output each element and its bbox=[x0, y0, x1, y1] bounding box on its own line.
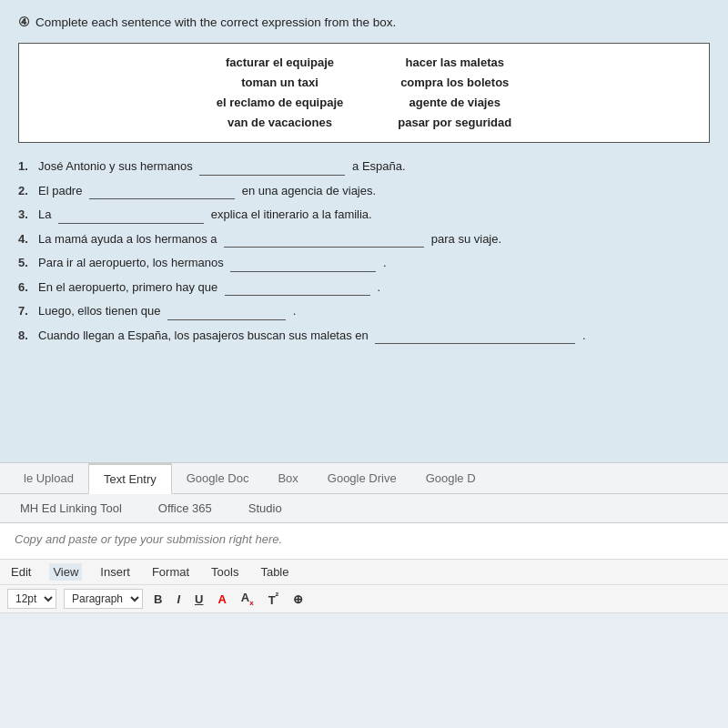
highlight-icon[interactable]: Ax bbox=[238, 590, 258, 608]
menu-table[interactable]: Table bbox=[257, 563, 292, 581]
vocab-col-right: hacer las maletas compra los boletos age… bbox=[398, 53, 511, 133]
tab-google-drive[interactable]: Google Drive bbox=[313, 464, 411, 492]
tab-studio[interactable]: Studio bbox=[239, 498, 291, 519]
vocab-item: compra los boletos bbox=[398, 73, 511, 93]
editor-toolbar: Edit View Insert Format Tools Table bbox=[0, 559, 728, 585]
menu-tools[interactable]: Tools bbox=[207, 563, 242, 581]
tab-file-upload[interactable]: le Upload bbox=[9, 464, 88, 492]
sentence-5: 5. Para ir al aeropuerto, los hermanos . bbox=[18, 254, 710, 272]
vocab-item: toman un taxi bbox=[217, 73, 343, 93]
tab-google-more[interactable]: Google D bbox=[411, 464, 490, 492]
italic-button[interactable]: I bbox=[173, 592, 184, 607]
sentences-list: 1. José Antonio y sus hermanos a España.… bbox=[18, 157, 710, 344]
tab-google-doc[interactable]: Google Doc bbox=[172, 464, 264, 492]
menu-insert[interactable]: Insert bbox=[96, 563, 134, 581]
paragraph-select[interactable]: Paragraph bbox=[64, 589, 143, 609]
main-content: ④ Complete each sentence with the correc… bbox=[0, 0, 728, 455]
sentence-1: 1. José Antonio y sus hermanos a España. bbox=[18, 157, 710, 176]
vocab-item: agente de viajes bbox=[398, 93, 511, 113]
menu-edit[interactable]: Edit bbox=[7, 563, 35, 581]
question-number: ④ bbox=[18, 15, 30, 29]
tab-mh-linking[interactable]: MH Ed Linking Tool bbox=[11, 498, 131, 519]
vocab-item: facturar el equipaje bbox=[217, 53, 343, 73]
sentence-7: 7. Luego, ellos tienen que . bbox=[18, 302, 710, 320]
tab-text-entry[interactable]: Text Entry bbox=[88, 463, 172, 494]
tab-box[interactable]: Box bbox=[263, 464, 312, 492]
vocab-item: el reclamo de equipaje bbox=[217, 93, 343, 113]
vocab-item: van de vacaciones bbox=[217, 113, 343, 133]
vocab-col-left: facturar el equipaje toman un taxi el re… bbox=[217, 53, 343, 133]
bold-button[interactable]: B bbox=[150, 592, 166, 607]
underline-button[interactable]: U bbox=[191, 592, 207, 607]
sentence-8: 8. Cuando llegan a España, los pasajeros… bbox=[18, 327, 710, 345]
vocab-item: pasar por seguridad bbox=[398, 113, 511, 133]
section-divider bbox=[0, 455, 728, 462]
sentence-3: 3. La explica el itinerario a la familia… bbox=[18, 206, 710, 224]
vocab-item: hacer las maletas bbox=[398, 53, 511, 73]
tabs-row2: MH Ed Linking Tool Office 365 Studio bbox=[0, 494, 728, 523]
menu-view[interactable]: View bbox=[49, 563, 82, 581]
tabs-row1: le Upload Text Entry Google Doc Box Goog… bbox=[0, 463, 728, 494]
vocab-box: facturar el equipaje toman un taxi el re… bbox=[18, 43, 710, 143]
sentence-4: 4. La mamá ayuda a los hermanos a para s… bbox=[18, 230, 710, 248]
menu-format[interactable]: Format bbox=[148, 563, 193, 581]
submission-placeholder: Copy and paste or type your submission r… bbox=[15, 532, 713, 546]
textarea-section: Copy and paste or type your submission r… bbox=[0, 523, 728, 559]
question-text: Complete each sentence with the correct … bbox=[35, 15, 396, 32]
more-options-icon[interactable]: ⊕ bbox=[289, 592, 307, 607]
question-header: ④ Complete each sentence with the correc… bbox=[18, 15, 710, 32]
sentence-2: 2. El padre en una agencia de viajes. bbox=[18, 182, 710, 200]
format-bar: 12pt Paragraph B I U A Ax T² ⊕ bbox=[0, 585, 728, 613]
font-color-icon[interactable]: A bbox=[214, 592, 229, 607]
sentence-6: 6. En el aeropuerto, primero hay que . bbox=[18, 278, 710, 297]
font-size-select[interactable]: 12pt bbox=[7, 589, 56, 609]
tab-section: le Upload Text Entry Google Doc Box Goog… bbox=[0, 462, 728, 523]
superscript-icon[interactable]: T² bbox=[265, 590, 283, 608]
tab-office365[interactable]: Office 365 bbox=[149, 498, 221, 519]
